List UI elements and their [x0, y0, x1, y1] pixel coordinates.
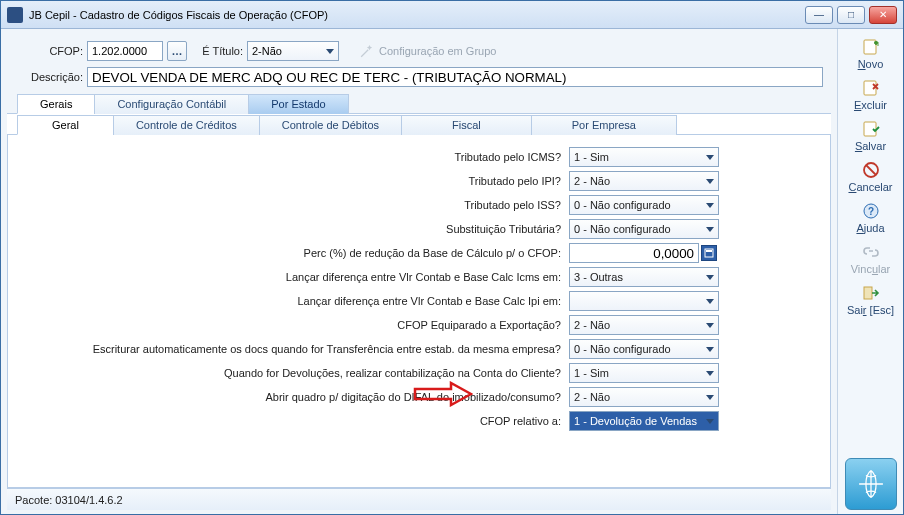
select-escriturar[interactable]: 0 - Não configurado: [569, 339, 719, 359]
label-descricao: Descrição:: [15, 71, 83, 83]
tab-fiscal[interactable]: Fiscal: [401, 115, 532, 135]
sub-tabs: Geral Controle de Créditos Controle de D…: [7, 114, 831, 135]
tab-gerais[interactable]: Gerais: [17, 94, 95, 114]
svg-text:?: ?: [867, 206, 873, 217]
label-dif-ipi: Lançar diferença entre Vlr Contab e Base…: [24, 295, 569, 307]
label-iss: Tributado pelo ISS?: [24, 199, 569, 211]
label-cfop: CFOP:: [15, 45, 83, 57]
label-export: CFOP Equiparado a Exportação?: [24, 319, 569, 331]
label-ipi: Tributado pelo IPI?: [24, 175, 569, 187]
brand-logo: [845, 458, 897, 510]
help-icon: ?: [860, 201, 882, 221]
tab-controle-creditos[interactable]: Controle de Créditos: [113, 115, 260, 135]
tab-config-contabil[interactable]: Configuração Contábil: [94, 94, 249, 114]
config-grupo-button: Configuração em Grupo: [359, 44, 496, 58]
sidebar-excluir[interactable]: Excluir: [842, 74, 900, 113]
app-icon: [7, 7, 23, 23]
tab-geral[interactable]: Geral: [17, 115, 114, 135]
select-dif-icms[interactable]: 3 - Outras: [569, 267, 719, 287]
status-bar: Pacote: 03104/1.4.6.2: [7, 488, 831, 510]
cancel-icon: [860, 160, 882, 180]
input-perc[interactable]: [569, 243, 699, 263]
tab-controle-debitos[interactable]: Controle de Débitos: [259, 115, 402, 135]
sidebar-vincular: Vincular: [842, 238, 900, 277]
save-page-icon: [860, 119, 882, 139]
tab-por-empresa[interactable]: Por Empresa: [531, 115, 677, 135]
label-difal: Abrir quadro p/ digitação do DIFAL do im…: [24, 391, 569, 403]
status-pacote: Pacote: 03104/1.4.6.2: [15, 494, 123, 506]
wand-icon: [359, 44, 373, 58]
select-difal[interactable]: 2 - Não: [569, 387, 719, 407]
maximize-button[interactable]: □: [837, 6, 865, 24]
window-title: JB Cepil - Cadastro de Códigos Fiscais d…: [29, 9, 805, 21]
cfop-input[interactable]: [87, 41, 163, 61]
select-dif-ipi[interactable]: [569, 291, 719, 311]
header-row-1: CFOP: … É Título: 2-Não Configuração em …: [7, 37, 831, 63]
select-icms[interactable]: 1 - Sim: [569, 147, 719, 167]
sidebar-cancelar[interactable]: Cancelar: [842, 156, 900, 195]
label-icms: Tributado pelo ICMS?: [24, 151, 569, 163]
sidebar: NNovoovo Excluir Salvar Cancelar ? Ajuda…: [837, 29, 903, 514]
sidebar-novo[interactable]: NNovoovo: [842, 33, 900, 72]
cfop-lookup-button[interactable]: …: [167, 41, 187, 61]
select-subtrib[interactable]: 0 - Não configurado: [569, 219, 719, 239]
etitulo-select[interactable]: 2-Não: [247, 41, 339, 61]
select-devolucoes[interactable]: 1 - Sim: [569, 363, 719, 383]
app-window: JB Cepil - Cadastro de Códigos Fiscais d…: [0, 0, 904, 515]
label-relativo: CFOP relativo a:: [24, 415, 569, 427]
sidebar-ajuda[interactable]: ? Ajuda: [842, 197, 900, 236]
label-perc: Perc (%) de redução da Base de Cálculo p…: [24, 247, 569, 259]
main-tabs: Gerais Configuração Contábil Por Estado: [7, 93, 831, 114]
header-row-2: Descrição:: [7, 63, 831, 89]
select-iss[interactable]: 0 - Não configurado: [569, 195, 719, 215]
svg-rect-8: [864, 287, 872, 299]
sidebar-salvar[interactable]: Salvar: [842, 115, 900, 154]
calculator-icon[interactable]: [701, 245, 717, 261]
label-etitulo: É Título:: [191, 45, 243, 57]
delete-page-icon: [860, 78, 882, 98]
select-export[interactable]: 2 - Não: [569, 315, 719, 335]
form-panel: Tributado pelo ICMS? 1 - Sim Tributado p…: [7, 135, 831, 488]
annotation-arrow-icon: [413, 381, 473, 407]
tab-por-estado[interactable]: Por Estado: [248, 94, 348, 114]
label-devolucoes: Quando for Devoluções, realizar contabil…: [24, 367, 569, 379]
close-button[interactable]: ✕: [869, 6, 897, 24]
svg-rect-1: [706, 250, 712, 252]
exit-icon: [860, 283, 882, 303]
label-escriturar: Escriturar automaticamente os docs quand…: [24, 343, 569, 355]
label-dif-icms: Lançar diferença entre Vlr Contab e Base…: [24, 271, 569, 283]
descricao-input[interactable]: [87, 67, 823, 87]
plus-page-icon: [860, 37, 882, 57]
select-ipi[interactable]: 2 - Não: [569, 171, 719, 191]
minimize-button[interactable]: —: [805, 6, 833, 24]
select-relativo[interactable]: 1 - Devolução de Vendas: [569, 411, 719, 431]
sidebar-sair[interactable]: Sair [Esc]: [842, 279, 900, 318]
label-subtrib: Substituição Tributária?: [24, 223, 569, 235]
titlebar: JB Cepil - Cadastro de Códigos Fiscais d…: [1, 1, 903, 29]
link-icon: [860, 242, 882, 262]
